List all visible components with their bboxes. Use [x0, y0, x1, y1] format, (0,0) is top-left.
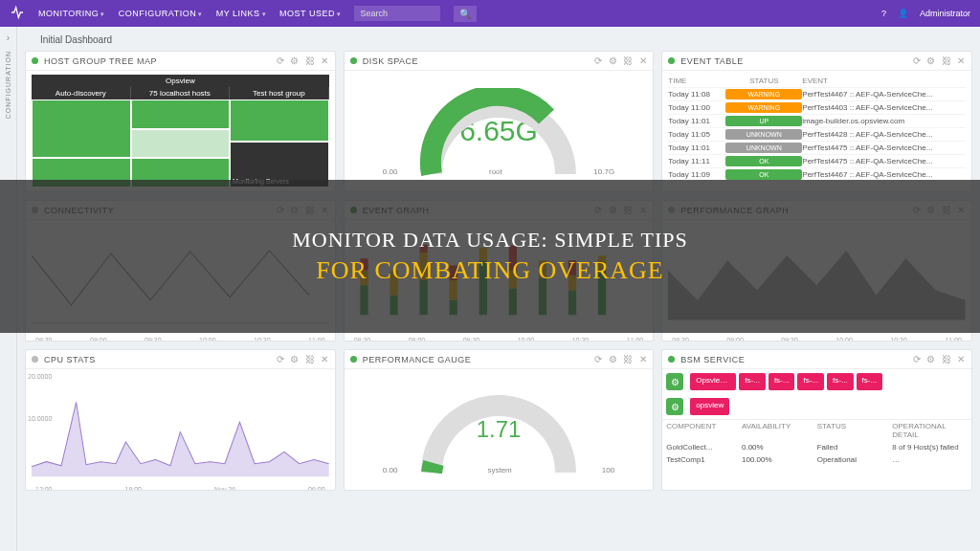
x-tick: 12:00	[35, 486, 53, 490]
x-tick: 18:00	[124, 486, 142, 490]
nav-mylinks[interactable]: MY LINKS	[216, 9, 266, 18]
widget-title: BSM SERVICE	[680, 355, 745, 364]
treemap-col[interactable]: 75 localhost hosts	[131, 87, 231, 99]
close-icon[interactable]: ✕	[321, 354, 329, 364]
overlay-line2: FOR COMBATING OVERAGE	[316, 256, 663, 285]
gear-icon[interactable]: ⚙	[290, 55, 300, 66]
col[interactable]: COMPONENT	[666, 422, 742, 439]
col[interactable]: AVAILABILITY	[742, 422, 817, 439]
search-input[interactable]	[354, 6, 440, 21]
col-time[interactable]: TIME	[668, 77, 725, 85]
x-tick: 06:00	[308, 486, 325, 490]
top-bar: MONITORING CONFIGURATION MY LINKS MOST U…	[0, 0, 980, 27]
col-event[interactable]: EVENT	[802, 77, 966, 85]
refresh-icon[interactable]: ⟳	[913, 354, 922, 364]
overlay-line1: MONITOR DATA USAGE: SIMPLE TIPS	[292, 228, 687, 253]
link-icon[interactable]: ⛓	[305, 354, 316, 364]
close-icon[interactable]: ✕	[957, 354, 966, 364]
gauge-max: 10.7G	[593, 167, 614, 176]
close-icon[interactable]: ✕	[321, 55, 329, 66]
widget-title: DISK SPACE	[363, 56, 418, 66]
sidebar-expand-icon[interactable]: ›	[7, 33, 10, 43]
col[interactable]: STATUS	[817, 422, 893, 439]
widget-title: CPU STATS	[44, 355, 96, 364]
service-tag[interactable]: fs-...	[768, 373, 795, 390]
link-icon[interactable]: ⛓	[942, 354, 952, 364]
table-row[interactable]: Today 11:05UNKNOWNPerfTest4428 :: AEF-QA…	[668, 127, 966, 141]
refresh-icon[interactable]: ⟳	[277, 55, 285, 66]
breadcrumb[interactable]: Initial Dashboard	[40, 34, 972, 45]
treemap-col[interactable]: Auto-discovery	[32, 87, 131, 99]
refresh-icon[interactable]: ⟳	[913, 55, 922, 66]
gear-icon[interactable]: ⚙	[666, 373, 683, 390]
gauge-label: root	[489, 167, 502, 176]
table-row[interactable]: Today 11:00WARNINGPerfTest4403 :: AEF-QA…	[668, 100, 966, 114]
service-tag[interactable]: OpsviewT...	[690, 373, 736, 390]
widget-cpu-stats: CPU STATS ⟳⚙⛓✕ 20.0000 10.0000 12:0018:0…	[25, 349, 336, 491]
link-icon[interactable]: ⛓	[623, 55, 634, 66]
gear-icon[interactable]: ⚙	[290, 354, 300, 364]
table-row[interactable]: Today 11:09OKPerfTest4467 :: AEF-QA-Serv…	[668, 167, 966, 181]
service-tag[interactable]: opsview	[690, 398, 729, 415]
close-icon[interactable]: ✕	[957, 55, 966, 66]
hero-overlay: MONITOR DATA USAGE: SIMPLE TIPS FOR COMB…	[0, 180, 980, 333]
gear-icon[interactable]: ⚙	[926, 55, 936, 66]
table-row[interactable]: Today 11:01UPimage-builder.os.opsview.co…	[668, 114, 966, 127]
service-tag[interactable]: fs-...	[797, 373, 824, 390]
service-tag[interactable]: fs-...	[827, 373, 854, 390]
status-dot-icon	[350, 57, 357, 64]
logo-icon	[10, 5, 25, 22]
widget-title: EVENT TABLE	[680, 56, 744, 66]
col-status[interactable]: STATUS	[725, 77, 802, 85]
table-row[interactable]: TestComp1100.00%Operational…	[662, 453, 971, 466]
nav-monitoring[interactable]: MONITORING	[38, 9, 105, 18]
nav-mostused[interactable]: MOST USED	[279, 9, 341, 18]
gear-icon[interactable]: ⚙	[666, 398, 683, 415]
widget-title: PERFORMANCE GAUGE	[363, 355, 472, 364]
x-tick: Nov 26	[214, 486, 235, 490]
search-icon[interactable]: 🔍	[454, 6, 477, 22]
sidebar-label: CONFIGURATION	[5, 51, 11, 119]
widget-title: HOST GROUP TREE MAP	[44, 56, 157, 66]
widget-treemap: HOST GROUP TREE MAP ⟳⚙⛓✕ Opsview Auto-di…	[25, 51, 336, 192]
gear-icon[interactable]: ⚙	[609, 55, 618, 66]
treemap-cell[interactable]	[131, 129, 231, 159]
gear-icon[interactable]: ⚙	[609, 354, 618, 364]
treemap-root[interactable]: Opsview	[32, 75, 329, 87]
user-icon: 👤	[898, 9, 908, 18]
treemap-cell[interactable]	[32, 99, 131, 158]
y-tick: 20.0000	[28, 373, 52, 380]
help-icon[interactable]: ?	[881, 9, 886, 18]
widget-disk-space: DISK SPACE ⟳⚙⛓✕ 6.65G 0.00root10.7G	[344, 51, 655, 192]
treemap-cell[interactable]	[131, 99, 231, 129]
table-row[interactable]: GoldCollect...0.00%Failed8 of 9 Host(s) …	[662, 441, 971, 453]
status-dot-icon	[32, 356, 38, 363]
col[interactable]: OPERATIONAL DETAIL	[892, 422, 968, 439]
gear-icon[interactable]: ⚙	[926, 354, 936, 364]
close-icon[interactable]: ✕	[639, 354, 648, 364]
user-menu[interactable]: Administrator	[920, 9, 970, 18]
status-dot-icon	[668, 356, 675, 363]
link-icon[interactable]: ⛓	[623, 354, 634, 364]
main-nav: MONITORING CONFIGURATION MY LINKS MOST U…	[38, 9, 341, 18]
status-dot-icon	[350, 356, 357, 363]
status-dot-icon	[668, 57, 675, 64]
table-row[interactable]: Today 11:01UNKNOWNPerfTest4475 :: AEF-QA…	[668, 141, 966, 154]
service-tag[interactable]: fs-...	[739, 373, 766, 390]
table-row[interactable]: Today 11:11OKPerfTest4475 :: AEF-QA-Serv…	[668, 154, 966, 167]
table-row[interactable]: Today 11:08WARNINGPerfTest4467 :: AEF-QA…	[668, 87, 966, 100]
gauge-min: 0.00	[383, 466, 398, 474]
gauge-label: system	[487, 466, 511, 474]
link-icon[interactable]: ⛓	[942, 55, 952, 66]
nav-configuration[interactable]: CONFIGURATION	[119, 9, 203, 18]
treemap-col[interactable]: Test host group	[230, 87, 329, 99]
refresh-icon[interactable]: ⟳	[277, 354, 285, 364]
link-icon[interactable]: ⛓	[305, 55, 316, 66]
refresh-icon[interactable]: ⟳	[594, 55, 603, 66]
service-tag[interactable]: fs-...	[857, 373, 883, 390]
gauge-max: 100	[602, 466, 614, 474]
refresh-icon[interactable]: ⟳	[594, 354, 603, 364]
treemap-cell[interactable]	[230, 99, 329, 142]
gauge-min: 0.00	[383, 167, 398, 176]
close-icon[interactable]: ✕	[639, 55, 648, 66]
